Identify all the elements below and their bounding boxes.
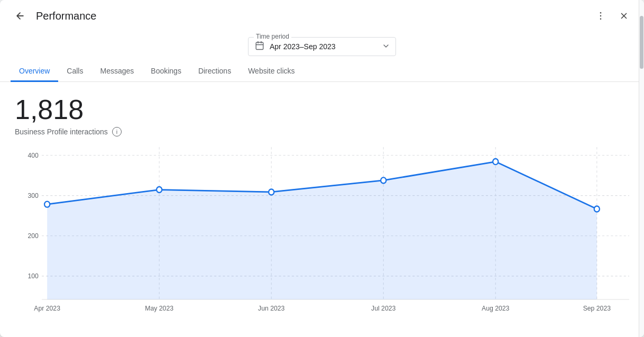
svg-point-2 — [600, 19, 602, 20]
tab-calls[interactable]: Calls — [58, 61, 91, 82]
data-point-aug — [493, 159, 498, 165]
time-period-label: Time period — [254, 33, 291, 40]
chart-area: 400 300 200 100 Apr 2023 May 2023 — [15, 147, 629, 316]
svg-text:300: 300 — [27, 192, 38, 200]
svg-text:Apr 2023: Apr 2023 — [34, 304, 60, 313]
header-right — [591, 6, 633, 25]
data-point-may — [157, 187, 162, 193]
svg-point-1 — [600, 15, 602, 17]
tab-messages[interactable]: Messages — [91, 61, 142, 82]
tab-directions[interactable]: Directions — [190, 61, 240, 82]
tab-bookings[interactable]: Bookings — [142, 61, 190, 82]
close-button[interactable] — [614, 6, 633, 25]
tab-website-clicks[interactable]: Website clicks — [240, 61, 303, 82]
data-point-jul — [381, 178, 386, 184]
tabs-bar: Overview Calls Messages Bookings Directi… — [0, 61, 644, 82]
svg-text:May 2023: May 2023 — [145, 304, 173, 313]
svg-point-0 — [600, 12, 602, 14]
main-content: 1,818 Business Profile interactions i — [0, 82, 644, 337]
calendar-icon — [255, 41, 264, 52]
data-point-sep — [594, 206, 600, 212]
performance-panel: Performance Time period Apr 2 — [0, 0, 644, 337]
svg-text:Aug 2023: Aug 2023 — [482, 304, 509, 313]
svg-text:400: 400 — [27, 151, 38, 160]
scrollbar[interactable] — [639, 0, 644, 337]
metric-label: Business Profile interactions i — [15, 127, 629, 136]
dropdown-arrow-icon — [382, 42, 390, 52]
header-left: Performance — [11, 6, 97, 25]
info-icon[interactable]: i — [112, 127, 122, 136]
svg-text:Sep 2023: Sep 2023 — [583, 304, 611, 313]
metric-value: 1,818 — [15, 95, 629, 125]
svg-text:Jun 2023: Jun 2023 — [258, 304, 284, 313]
back-button[interactable] — [11, 6, 30, 25]
data-point-jun — [269, 189, 274, 195]
data-point-apr — [44, 202, 50, 207]
line-chart: 400 300 200 100 Apr 2023 May 2023 — [15, 147, 629, 316]
svg-rect-5 — [256, 42, 263, 50]
more-button[interactable] — [591, 6, 610, 25]
page-title: Performance — [36, 10, 97, 22]
svg-text:Jul 2023: Jul 2023 — [371, 304, 395, 313]
time-period-value: Apr 2023–Sep 2023 — [270, 42, 376, 51]
time-period-container: Time period Apr 2023–Sep 2023 — [0, 32, 644, 58]
scrollbar-thumb[interactable] — [640, 16, 643, 69]
header: Performance — [0, 0, 644, 32]
svg-text:100: 100 — [27, 272, 38, 280]
svg-text:200: 200 — [27, 232, 38, 240]
tab-overview[interactable]: Overview — [11, 61, 58, 82]
svg-marker-23 — [47, 162, 597, 299]
time-period-dropdown[interactable]: Time period Apr 2023–Sep 2023 — [248, 37, 396, 56]
